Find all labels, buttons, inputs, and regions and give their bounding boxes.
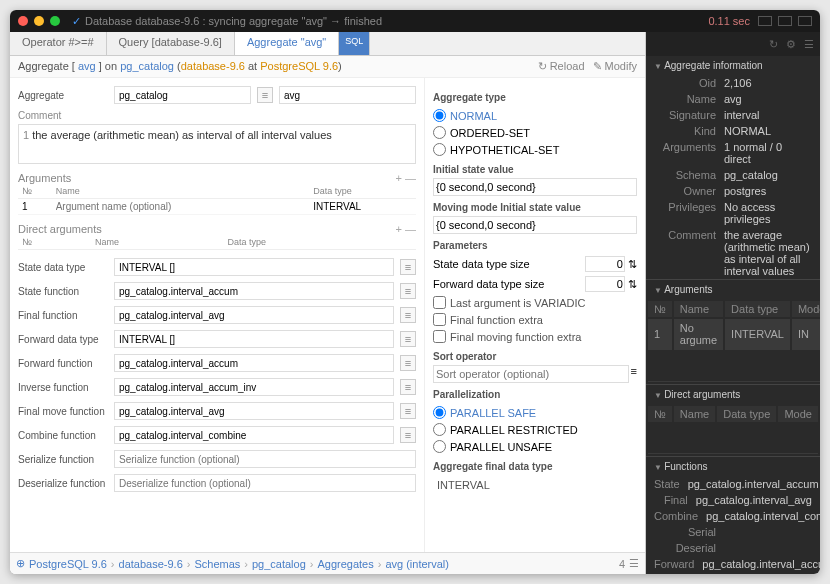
footer-crumb[interactable]: pg_catalog (252, 558, 306, 570)
final-data-type-value: INTERVAL (433, 475, 637, 495)
reload-button[interactable]: ↻ Reload (538, 60, 585, 73)
stepper-icon[interactable]: ⇅ (628, 278, 637, 290)
right-menu-icon[interactable]: ☰ (804, 38, 814, 51)
table-row[interactable]: 1No argumeINTERVALIN (648, 319, 820, 350)
info-key: Schema (654, 169, 724, 181)
field-picker-icon[interactable]: ≡ (400, 331, 416, 347)
moving-initial-input[interactable] (433, 216, 637, 234)
field-input-2[interactable] (114, 306, 394, 324)
footer-count: 4 (619, 558, 625, 570)
field-picker-icon[interactable]: ≡ (400, 403, 416, 419)
field-label: State function (18, 286, 108, 297)
field-input-8[interactable] (114, 450, 416, 468)
radio-parallel[interactable]: PARALLEL UNSAFE (433, 438, 637, 455)
aggregate-name-input[interactable] (279, 86, 416, 104)
layout-icon-1[interactable] (758, 16, 772, 26)
field-picker-icon[interactable]: ≡ (400, 355, 416, 371)
field-label: Forward function (18, 358, 108, 369)
footer-crumb[interactable]: Schemas (194, 558, 240, 570)
footer-crumb[interactable]: Aggregates (317, 558, 373, 570)
field-picker-icon[interactable]: ≡ (400, 259, 416, 275)
field-input-9[interactable] (114, 474, 416, 492)
status-text: Database database-9.6 : syncing aggregat… (85, 15, 708, 27)
footer-crumb[interactable]: database-9.6 (119, 558, 183, 570)
stepper-icon[interactable]: ⇅ (628, 258, 637, 270)
field-input-0[interactable] (114, 258, 394, 276)
sort-picker-icon[interactable]: ≡ (631, 365, 637, 383)
tab-aggregate[interactable]: Aggregate "avg" (235, 32, 339, 55)
sort-operator-label: Sort operator (433, 351, 637, 362)
moving-initial-label: Moving mode Initial state value (433, 202, 637, 213)
titlebar: ✓ Database database-9.6 : syncing aggreg… (10, 10, 820, 32)
schema-picker-icon[interactable]: ≡ (257, 87, 273, 103)
arg-name-input[interactable] (56, 201, 306, 212)
add-direct-arg-button[interactable]: + — (396, 223, 416, 235)
radio-agg-type[interactable]: NORMAL (433, 107, 637, 124)
field-input-6[interactable] (114, 402, 394, 420)
elapsed-time: 0.11 sec (708, 15, 750, 27)
func-key: Serial (654, 526, 724, 538)
aggregate-schema-input[interactable] (114, 86, 251, 104)
table-row[interactable]: 1 INTERVAL (18, 199, 416, 215)
initial-state-input[interactable] (433, 178, 637, 196)
tab-sql[interactable]: SQL (339, 32, 370, 55)
footer-crumb[interactable]: avg (interval) (385, 558, 449, 570)
checkbox-item[interactable]: Final moving function extra (433, 328, 637, 345)
info-section-title[interactable]: Aggregate information (646, 56, 820, 75)
minimize-icon[interactable] (34, 16, 44, 26)
close-icon[interactable] (18, 16, 28, 26)
field-picker-icon[interactable]: ≡ (400, 283, 416, 299)
check-icon: ✓ (72, 15, 81, 28)
sort-operator-input[interactable] (433, 365, 629, 383)
direct-args-section-title[interactable]: Direct arguments (646, 385, 820, 404)
layout-icon-3[interactable] (798, 16, 812, 26)
footer-crumb[interactable]: PostgreSQL 9.6 (29, 558, 107, 570)
breadcrumb: Aggregate [ avg ] on pg_catalog (databas… (10, 56, 645, 78)
field-input-1[interactable] (114, 282, 394, 300)
func-value: pg_catalog.interval_accum (688, 478, 819, 490)
field-picker-icon[interactable]: ≡ (400, 379, 416, 395)
modify-button[interactable]: ✎ Modify (593, 60, 637, 73)
footer-menu-icon[interactable]: ☰ (629, 557, 639, 570)
parallelization-label: Parallelization (433, 389, 637, 400)
bc-db: database-9.6 (181, 60, 245, 72)
bc-name[interactable]: avg (78, 60, 96, 72)
func-value: pg_catalog.interval_avg (696, 494, 812, 506)
radio-agg-type[interactable]: HYPOTHETICAL-SET (433, 141, 637, 158)
args-section-title[interactable]: Arguments (646, 280, 820, 299)
param-forward-size-label: Forward data type size (433, 278, 544, 290)
field-input-5[interactable] (114, 378, 394, 396)
info-value: pg_catalog (724, 169, 812, 181)
radio-parallel[interactable]: PARALLEL RESTRICTED (433, 421, 637, 438)
comment-textarea[interactable]: 1 the average (arithmetic mean) as inter… (18, 124, 416, 164)
field-input-4[interactable] (114, 354, 394, 372)
direct-arguments-table: №NameData type (18, 235, 416, 250)
info-key: Owner (654, 185, 724, 197)
state-size-input[interactable] (585, 256, 625, 272)
maximize-icon[interactable] (50, 16, 60, 26)
add-argument-button[interactable]: + — (396, 172, 416, 184)
arguments-table: №NameData type 1 INTERVAL (18, 184, 416, 215)
right-gear-icon[interactable]: ⚙ (786, 38, 796, 51)
checkbox-item[interactable]: Final function extra (433, 311, 637, 328)
layout-icon-2[interactable] (778, 16, 792, 26)
tab-query[interactable]: Query [database-9.6] (107, 32, 235, 55)
tab-operator[interactable]: Operator #>=# (10, 32, 107, 55)
info-key: Privileges (654, 201, 724, 225)
radio-parallel[interactable]: PARALLEL SAFE (433, 404, 637, 421)
field-input-3[interactable] (114, 330, 394, 348)
functions-section-title[interactable]: Functions (646, 457, 820, 476)
field-picker-icon[interactable]: ≡ (400, 427, 416, 443)
field-label: Forward data type (18, 334, 108, 345)
forward-size-input[interactable] (585, 276, 625, 292)
radio-agg-type[interactable]: ORDERED-SET (433, 124, 637, 141)
right-refresh-icon[interactable]: ↻ (769, 38, 778, 51)
field-picker-icon[interactable]: ≡ (400, 307, 416, 323)
bc-schema[interactable]: pg_catalog (120, 60, 174, 72)
field-label: Final function (18, 310, 108, 321)
initial-state-label: Initial state value (433, 164, 637, 175)
footer-home-icon[interactable]: ⊕ (16, 557, 25, 570)
checkbox-item[interactable]: Last argument is VARIADIC (433, 294, 637, 311)
field-label: Inverse function (18, 382, 108, 393)
field-input-7[interactable] (114, 426, 394, 444)
